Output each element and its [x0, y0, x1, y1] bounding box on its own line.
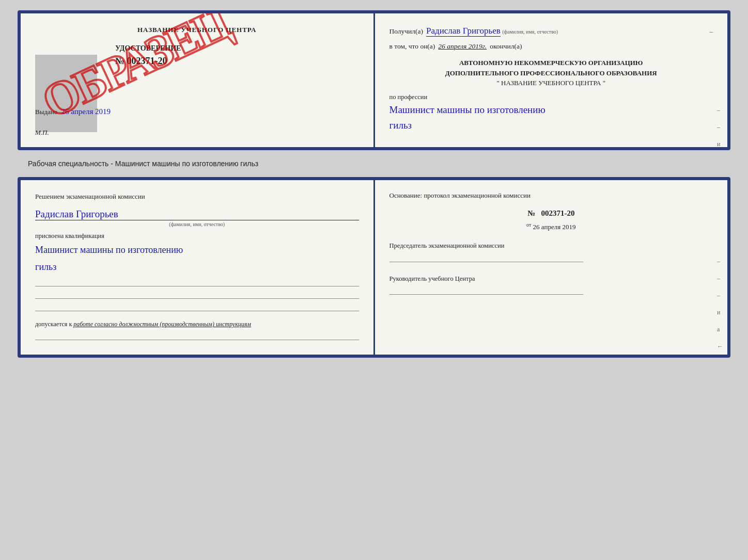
protocol-date-value: 26 апреля 2019	[533, 223, 576, 231]
doc1-left-panel: НАЗВАНИЕ УЧЕБНОГО ЦЕНТРА ОБРАЗЕЦ УДОСТОВ…	[21, 13, 375, 147]
profession-label: по профессии	[389, 93, 713, 101]
predsedatel-label: Председатель экзаменационной комиссии	[389, 242, 713, 251]
osnovanie-title: Основание: протокол экзаменационной коми…	[389, 191, 713, 200]
photo-placeholder	[35, 55, 97, 132]
org-line3: " НАЗВАНИЕ УЧЕБНОГО ЦЕНТРА "	[389, 78, 713, 88]
okonchil-label: окончил(а)	[490, 42, 522, 51]
doc2-right-panel: Основание: протокол экзаменационной коми…	[375, 180, 728, 355]
protocol-date: от 26 апреля 2019	[389, 222, 713, 231]
kvalif-line2: гильз	[35, 260, 359, 274]
komissia-title: Решением экзаменационной комиссии	[35, 191, 359, 202]
poluchil-row: Получил(а) Радислав Григорьев (фамилия, …	[389, 26, 713, 36]
ot-label: от	[526, 222, 531, 228]
vydano-row: Выдано 26 апреля 2019	[35, 107, 111, 116]
rukovoditel-block: Руководитель учебного Центра	[389, 275, 713, 295]
separator-text: Рабочая специальность - Машинист машины …	[28, 159, 258, 168]
side-dashes-2: – – – и а ← – – –	[717, 258, 723, 358]
mp-label: М.П.	[35, 129, 49, 137]
doc1-right-panel: Получил(а) Радислав Григорьев (фамилия, …	[375, 13, 728, 147]
rukovoditel-label: Руководитель учебного Центра	[389, 275, 713, 284]
komissia-name-subtext: (фамилия, имя, отчество)	[35, 221, 359, 227]
doc2-left-panel: Решением экзаменационной комиссии Радисл…	[21, 180, 375, 355]
protocol-number: № 002371-20	[389, 209, 713, 218]
profession-line2: гильз	[389, 119, 713, 133]
vtom-row: в том, что он(а) 26 апреля 2019г. окончи…	[389, 42, 713, 51]
number-value: 002371-20	[541, 209, 574, 217]
vydano-date: 26 апреля 2019	[61, 107, 111, 116]
poluchil-label: Получил(а)	[389, 27, 424, 36]
dopuskaetsya-label: допускается к	[35, 321, 72, 328]
org-block: АВТОНОМНУЮ НЕКОММЕРЧЕСКУЮ ОРГАНИЗАЦИЮ ДО…	[389, 58, 713, 88]
side-dashes-1: – – и а ← –	[717, 106, 723, 150]
prisvoena-label: присвоена квалификация	[35, 232, 359, 240]
komissia-name: Радислав Григорьев	[35, 209, 359, 220]
document-2: Решением экзаменационной комиссии Радисл…	[18, 177, 730, 358]
udc-block: УДОСТОВЕРЕНИЕ № 002371-20	[115, 44, 359, 67]
predsedatel-block: Председатель экзаменационной комиссии	[389, 242, 713, 262]
vtom-date: 26 апреля 2019г.	[438, 42, 487, 51]
dash-1: –	[710, 27, 713, 36]
recipient-subtext: (фамилия, имя, отчество)	[502, 29, 558, 35]
underline-2	[35, 290, 359, 299]
vtom-label: в том, что он(а)	[389, 42, 435, 51]
dopuskaetsya-value: работе согласно должностным (производств…	[73, 321, 251, 328]
org-line1: АВТОНОМНУЮ НЕКОММЕРЧЕСКУЮ ОРГАНИЗАЦИЮ	[389, 58, 713, 68]
vydano-label: Выдано	[35, 108, 57, 116]
predsedatel-line	[389, 253, 584, 262]
underline-3	[35, 302, 359, 311]
school-name-header: НАЗВАНИЕ УЧЕБНОГО ЦЕНТРА	[35, 26, 359, 34]
kvalif-line1: Машинист машины по изготовлению	[35, 243, 359, 257]
udc-title: УДОСТОВЕРЕНИЕ	[115, 44, 359, 53]
document-1: НАЗВАНИЕ УЧЕБНОГО ЦЕНТРА ОБРАЗЕЦ УДОСТОВ…	[18, 10, 730, 150]
profession-line1: Машинист машины по изготовлению	[389, 103, 713, 117]
underline-1	[35, 277, 359, 286]
recipient-name: Радислав Григорьев	[426, 26, 501, 37]
number-label: №	[527, 209, 535, 217]
udc-number: № 002371-20	[115, 56, 359, 67]
org-line2: ДОПОЛНИТЕЛЬНОГО ПРОФЕССИОНАЛЬНОГО ОБРАЗО…	[389, 68, 713, 78]
dopuskaetsya-row: допускается к работе согласно должностны…	[35, 319, 359, 329]
rukovoditel-line	[389, 285, 584, 295]
underline-4	[35, 331, 359, 340]
